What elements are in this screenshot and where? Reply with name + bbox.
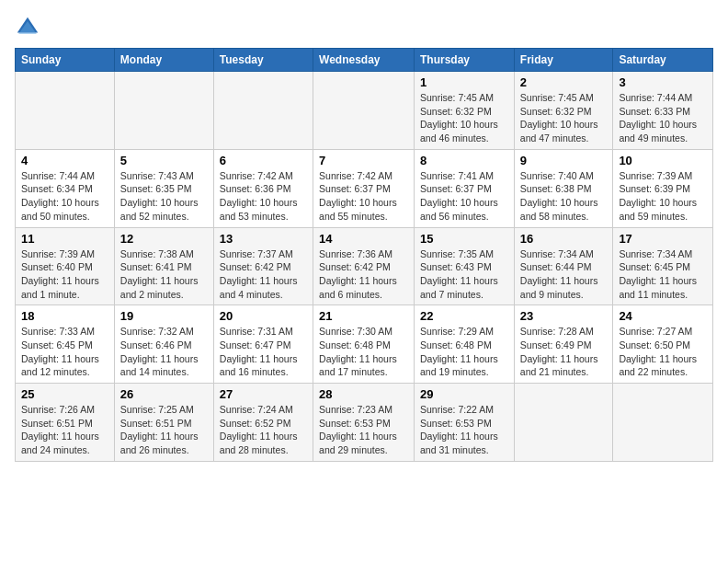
- calendar-cell: 9Sunrise: 7:40 AM Sunset: 6:38 PM Daylig…: [514, 149, 613, 227]
- day-number: 23: [520, 309, 608, 323]
- calendar-cell: 16Sunrise: 7:34 AM Sunset: 6:44 PM Dayli…: [514, 227, 613, 305]
- calendar-body: 1Sunrise: 7:45 AM Sunset: 6:32 PM Daylig…: [16, 72, 713, 462]
- week-row-5: 25Sunrise: 7:26 AM Sunset: 6:51 PM Dayli…: [16, 384, 713, 462]
- week-row-4: 18Sunrise: 7:33 AM Sunset: 6:45 PM Dayli…: [16, 305, 713, 384]
- cell-info: Sunrise: 7:33 AM Sunset: 6:45 PM Dayligh…: [21, 325, 108, 379]
- cell-info: Sunrise: 7:42 AM Sunset: 6:37 PM Dayligh…: [319, 169, 408, 224]
- day-number: 8: [420, 154, 508, 167]
- calendar-cell: 20Sunrise: 7:31 AM Sunset: 6:47 PM Dayli…: [213, 305, 313, 384]
- day-number: 11: [21, 232, 108, 246]
- cell-info: Sunrise: 7:26 AM Sunset: 6:51 PM Dayligh…: [21, 403, 108, 457]
- calendar-cell: 23Sunrise: 7:28 AM Sunset: 6:49 PM Dayli…: [514, 305, 613, 384]
- cell-info: Sunrise: 7:29 AM Sunset: 6:48 PM Dayligh…: [420, 325, 508, 379]
- calendar-cell: 5Sunrise: 7:43 AM Sunset: 6:35 PM Daylig…: [114, 149, 213, 227]
- day-number: 9: [520, 154, 608, 167]
- calendar-cell: 26Sunrise: 7:25 AM Sunset: 6:51 PM Dayli…: [114, 384, 213, 462]
- cell-info: Sunrise: 7:31 AM Sunset: 6:47 PM Dayligh…: [220, 325, 307, 379]
- calendar-cell: [514, 384, 613, 462]
- day-number: 6: [220, 154, 307, 167]
- day-number: 18: [21, 309, 108, 323]
- calendar-cell: 17Sunrise: 7:34 AM Sunset: 6:45 PM Dayli…: [613, 227, 713, 305]
- day-number: 21: [319, 309, 408, 323]
- calendar-cell: [114, 72, 213, 150]
- calendar-cell: 6Sunrise: 7:42 AM Sunset: 6:36 PM Daylig…: [213, 149, 313, 227]
- calendar-cell: 10Sunrise: 7:39 AM Sunset: 6:39 PM Dayli…: [613, 149, 713, 227]
- cell-info: Sunrise: 7:42 AM Sunset: 6:36 PM Dayligh…: [220, 169, 307, 224]
- calendar-cell: 4Sunrise: 7:44 AM Sunset: 6:34 PM Daylig…: [16, 149, 115, 227]
- day-header-friday: Friday: [514, 49, 613, 72]
- cell-info: Sunrise: 7:38 AM Sunset: 6:41 PM Dayligh…: [120, 247, 208, 302]
- calendar-cell: 29Sunrise: 7:22 AM Sunset: 6:53 PM Dayli…: [415, 384, 515, 462]
- day-number: 27: [220, 387, 307, 401]
- calendar-cell: 28Sunrise: 7:23 AM Sunset: 6:53 PM Dayli…: [313, 384, 415, 462]
- week-row-3: 11Sunrise: 7:39 AM Sunset: 6:40 PM Dayli…: [16, 227, 713, 305]
- day-number: 28: [319, 387, 408, 401]
- day-number: 3: [619, 75, 707, 89]
- day-number: 26: [120, 387, 208, 401]
- cell-info: Sunrise: 7:41 AM Sunset: 6:37 PM Dayligh…: [420, 169, 508, 224]
- day-number: 7: [319, 154, 408, 167]
- cell-info: Sunrise: 7:37 AM Sunset: 6:42 PM Dayligh…: [220, 247, 307, 302]
- cell-info: Sunrise: 7:36 AM Sunset: 6:42 PM Dayligh…: [319, 247, 408, 302]
- day-number: 24: [619, 309, 707, 323]
- day-number: 13: [220, 232, 307, 246]
- cell-info: Sunrise: 7:23 AM Sunset: 6:53 PM Dayligh…: [319, 403, 408, 457]
- day-header-wednesday: Wednesday: [313, 49, 415, 72]
- cell-info: Sunrise: 7:39 AM Sunset: 6:39 PM Dayligh…: [619, 169, 707, 224]
- cell-info: Sunrise: 7:32 AM Sunset: 6:46 PM Dayligh…: [120, 325, 208, 379]
- page-header: [15, 15, 713, 40]
- cell-info: Sunrise: 7:34 AM Sunset: 6:44 PM Dayligh…: [520, 247, 608, 302]
- calendar-cell: 7Sunrise: 7:42 AM Sunset: 6:37 PM Daylig…: [313, 149, 415, 227]
- calendar-cell: 19Sunrise: 7:32 AM Sunset: 6:46 PM Dayli…: [114, 305, 213, 384]
- calendar-cell: 8Sunrise: 7:41 AM Sunset: 6:37 PM Daylig…: [415, 149, 515, 227]
- day-number: 20: [220, 309, 307, 323]
- day-number: 19: [120, 309, 208, 323]
- calendar-cell: 22Sunrise: 7:29 AM Sunset: 6:48 PM Dayli…: [415, 305, 515, 384]
- day-number: 22: [420, 309, 508, 323]
- calendar-cell: 15Sunrise: 7:35 AM Sunset: 6:43 PM Dayli…: [415, 227, 515, 305]
- calendar-cell: [16, 72, 115, 150]
- calendar-cell: 12Sunrise: 7:38 AM Sunset: 6:41 PM Dayli…: [114, 227, 213, 305]
- day-number: 2: [520, 75, 608, 89]
- logo: [15, 15, 44, 40]
- calendar-cell: 13Sunrise: 7:37 AM Sunset: 6:42 PM Dayli…: [213, 227, 313, 305]
- day-number: 4: [21, 154, 108, 167]
- calendar-cell: 2Sunrise: 7:45 AM Sunset: 6:32 PM Daylig…: [514, 72, 613, 150]
- calendar-cell: 27Sunrise: 7:24 AM Sunset: 6:52 PM Dayli…: [213, 384, 313, 462]
- cell-info: Sunrise: 7:43 AM Sunset: 6:35 PM Dayligh…: [120, 169, 208, 224]
- week-row-1: 1Sunrise: 7:45 AM Sunset: 6:32 PM Daylig…: [16, 72, 713, 150]
- calendar-cell: 21Sunrise: 7:30 AM Sunset: 6:48 PM Dayli…: [313, 305, 415, 384]
- calendar-cell: 11Sunrise: 7:39 AM Sunset: 6:40 PM Dayli…: [16, 227, 115, 305]
- cell-info: Sunrise: 7:35 AM Sunset: 6:43 PM Dayligh…: [420, 247, 508, 302]
- day-header-sunday: Sunday: [16, 49, 115, 72]
- cell-info: Sunrise: 7:22 AM Sunset: 6:53 PM Dayligh…: [420, 403, 508, 457]
- cell-info: Sunrise: 7:25 AM Sunset: 6:51 PM Dayligh…: [120, 403, 208, 457]
- cell-info: Sunrise: 7:27 AM Sunset: 6:50 PM Dayligh…: [619, 325, 707, 379]
- day-number: 25: [21, 387, 108, 401]
- day-number: 1: [420, 75, 508, 89]
- calendar-cell: [613, 384, 713, 462]
- day-header-thursday: Thursday: [415, 49, 515, 72]
- calendar-cell: 24Sunrise: 7:27 AM Sunset: 6:50 PM Dayli…: [613, 305, 713, 384]
- day-number: 10: [619, 154, 707, 167]
- calendar-table: SundayMondayTuesdayWednesdayThursdayFrid…: [15, 48, 713, 462]
- cell-info: Sunrise: 7:34 AM Sunset: 6:45 PM Dayligh…: [619, 247, 707, 302]
- calendar-cell: 14Sunrise: 7:36 AM Sunset: 6:42 PM Dayli…: [313, 227, 415, 305]
- calendar-cell: 3Sunrise: 7:44 AM Sunset: 6:33 PM Daylig…: [613, 72, 713, 150]
- calendar-header: SundayMondayTuesdayWednesdayThursdayFrid…: [16, 49, 713, 72]
- cell-info: Sunrise: 7:39 AM Sunset: 6:40 PM Dayligh…: [21, 247, 108, 302]
- day-number: 14: [319, 232, 408, 246]
- day-header-saturday: Saturday: [613, 49, 713, 72]
- calendar-cell: 25Sunrise: 7:26 AM Sunset: 6:51 PM Dayli…: [16, 384, 115, 462]
- cell-info: Sunrise: 7:24 AM Sunset: 6:52 PM Dayligh…: [220, 403, 307, 457]
- day-number: 15: [420, 232, 508, 246]
- day-header-monday: Monday: [114, 49, 213, 72]
- day-number: 12: [120, 232, 208, 246]
- header-row: SundayMondayTuesdayWednesdayThursdayFrid…: [16, 49, 713, 72]
- calendar-cell: [213, 72, 313, 150]
- day-number: 29: [420, 387, 508, 401]
- cell-info: Sunrise: 7:40 AM Sunset: 6:38 PM Dayligh…: [520, 169, 608, 224]
- cell-info: Sunrise: 7:44 AM Sunset: 6:33 PM Dayligh…: [619, 91, 707, 145]
- cell-info: Sunrise: 7:28 AM Sunset: 6:49 PM Dayligh…: [520, 325, 608, 379]
- calendar-cell: 18Sunrise: 7:33 AM Sunset: 6:45 PM Dayli…: [16, 305, 115, 384]
